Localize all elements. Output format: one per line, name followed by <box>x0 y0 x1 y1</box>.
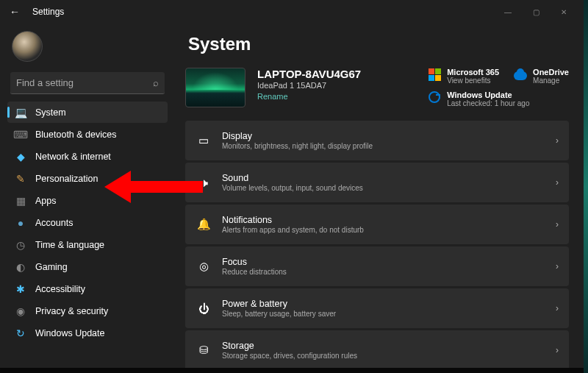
nav-icon: ⌨ <box>15 129 26 141</box>
sidebar: ⌕ 💻System⌨Bluetooth & devices◆Network & … <box>0 24 171 368</box>
onedrive-promo[interactable]: OneDriveManage <box>514 68 569 85</box>
sidebar-item-apps[interactable]: ▦Apps <box>7 190 168 211</box>
setting-focus[interactable]: ◎FocusReduce distractions› <box>185 246 569 286</box>
setting-icon: ⛁ <box>196 344 212 357</box>
setting-icon: ▭ <box>196 134 212 147</box>
ms365-promo[interactable]: Microsoft 365View benefits <box>428 68 499 85</box>
setting-display[interactable]: ▭DisplayMonitors, brightness, night ligh… <box>185 121 569 160</box>
chevron-right-icon: › <box>556 345 559 355</box>
nav-label: Windows Update <box>35 328 105 338</box>
settings-window: ← Settings — ▢ ✕ ⌕ 💻System⌨Bluetooth & d… <box>0 0 584 368</box>
nav-icon: ✎ <box>15 173 26 185</box>
sidebar-item-windows-update[interactable]: ↻Windows Update <box>7 322 168 344</box>
nav-label: Apps <box>35 196 57 206</box>
window-title: Settings <box>32 7 64 17</box>
device-name: LAPTOP-8AVU4G67 <box>257 68 361 80</box>
nav-label: Network & internet <box>35 152 111 162</box>
chevron-right-icon: › <box>556 135 559 146</box>
windows-update-icon <box>428 90 441 104</box>
desktop-edge <box>584 0 588 373</box>
sidebar-item-personalization[interactable]: ✎Personalization <box>7 168 168 189</box>
avatar <box>12 31 43 62</box>
sidebar-item-time-language[interactable]: ◷Time & language <box>7 234 168 255</box>
setting-icon: 🔔 <box>196 218 212 231</box>
device-model: IdeaPad 1 15ADA7 <box>257 81 361 90</box>
search-icon: ⌕ <box>153 77 159 88</box>
nav-label: Gaming <box>35 262 68 272</box>
windows-update-promo[interactable]: Windows UpdateLast checked: 1 hour ago <box>428 90 569 107</box>
nav-label: Time & language <box>35 240 104 250</box>
main-content: System LAPTOP-8AVU4G67 IdeaPad 1 15ADA7 … <box>171 24 584 368</box>
setting-icon: ⏻ <box>196 302 212 315</box>
chevron-right-icon: › <box>556 219 559 230</box>
nav-icon: ◉ <box>15 305 26 317</box>
sidebar-item-network-internet[interactable]: ◆Network & internet <box>7 146 168 167</box>
chevron-right-icon: › <box>556 177 559 188</box>
nav-label: System <box>35 107 66 118</box>
nav-icon: ✱ <box>15 283 26 295</box>
sidebar-item-privacy-security[interactable]: ◉Privacy & security <box>7 300 168 322</box>
chevron-right-icon: › <box>556 303 559 313</box>
sidebar-item-gaming[interactable]: ◐Gaming <box>7 256 168 277</box>
setting-notifications[interactable]: 🔔NotificationsAlerts from apps and syste… <box>185 205 569 244</box>
nav-icon: 💻 <box>15 107 26 118</box>
nav-label: Bluetooth & devices <box>35 129 117 140</box>
nav-label: Privacy & security <box>35 306 108 316</box>
setting-icon: ◎ <box>196 260 212 273</box>
chevron-right-icon: › <box>556 261 559 271</box>
minimize-button[interactable]: — <box>494 1 522 22</box>
sidebar-item-accounts[interactable]: ●Accounts <box>7 212 168 233</box>
ms365-icon <box>428 68 441 81</box>
nav-icon: ◷ <box>15 239 26 251</box>
setting-sound[interactable]: 🕩SoundVolume levels, output, input, soun… <box>185 163 569 202</box>
nav-icon: ◐ <box>15 261 26 273</box>
nav-label: Accessibility <box>35 284 85 294</box>
maximize-button[interactable]: ▢ <box>522 1 550 22</box>
setting-storage[interactable]: ⛁StorageStorage space, drives, configura… <box>185 330 569 368</box>
rename-link[interactable]: Rename <box>257 92 361 101</box>
search-input[interactable] <box>16 77 153 88</box>
nav-icon: ● <box>15 217 26 229</box>
sidebar-item-system[interactable]: 💻System <box>7 102 168 123</box>
profile-area[interactable] <box>7 26 168 69</box>
setting-power-battery[interactable]: ⏻Power & batterySleep, battery usage, ba… <box>185 288 569 328</box>
nav-label: Accounts <box>35 218 73 228</box>
onedrive-icon <box>514 68 527 81</box>
device-thumbnail[interactable] <box>185 68 245 107</box>
search-box[interactable]: ⌕ <box>10 72 165 94</box>
sidebar-item-accessibility[interactable]: ✱Accessibility <box>7 278 168 299</box>
nav-icon: ↻ <box>15 327 26 339</box>
device-row: LAPTOP-8AVU4G67 IdeaPad 1 15ADA7 Rename … <box>185 68 569 107</box>
titlebar: ← Settings — ▢ ✕ <box>0 0 584 24</box>
setting-icon: 🕩 <box>196 177 212 189</box>
nav-icon: ▦ <box>15 195 26 207</box>
back-button[interactable]: ← <box>6 3 24 21</box>
nav-icon: ◆ <box>15 151 26 163</box>
page-title: System <box>188 34 569 54</box>
sidebar-item-bluetooth-devices[interactable]: ⌨Bluetooth & devices <box>7 124 168 145</box>
close-button[interactable]: ✕ <box>550 1 578 22</box>
nav-label: Personalization <box>35 174 98 184</box>
